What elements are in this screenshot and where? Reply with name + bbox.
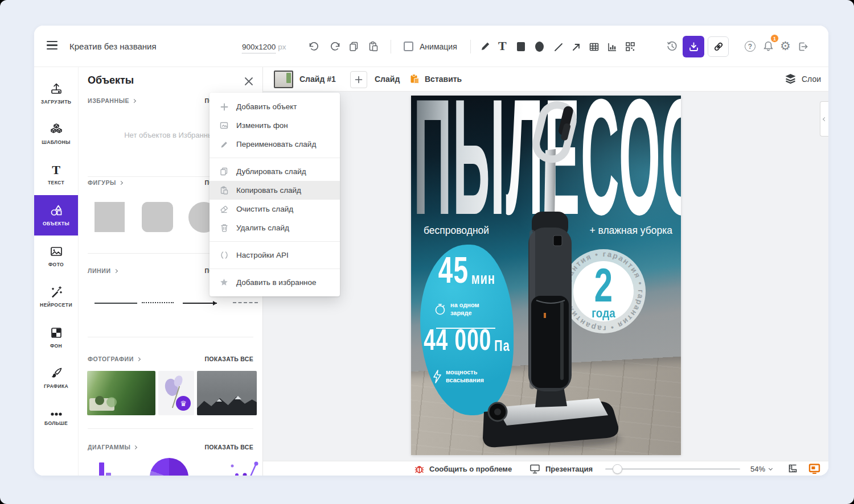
slide-thumbnail[interactable] xyxy=(274,71,293,88)
ellipse-icon xyxy=(535,42,544,52)
zoom-slider-handle[interactable] xyxy=(613,464,622,474)
canvas-size-value[interactable]: 900x1200 xyxy=(242,43,276,53)
menu-item-label: Настройки API xyxy=(236,251,289,259)
chevron-right-icon xyxy=(114,268,118,272)
sidebar-item-photo[interactable]: ФОТО xyxy=(34,236,78,276)
paste-button[interactable] xyxy=(368,41,379,52)
layers-button[interactable]: Слои xyxy=(785,73,821,84)
charts-show-all[interactable]: ПОКАЗАТЬ ВСЕ xyxy=(204,444,253,451)
hamburger-menu-icon[interactable] xyxy=(47,41,58,49)
plus-icon xyxy=(355,76,363,84)
image-icon xyxy=(219,121,229,130)
help-button[interactable]: ? xyxy=(745,41,756,52)
undo-button[interactable] xyxy=(307,41,319,52)
ruler-button[interactable] xyxy=(787,464,798,474)
paste-slide-button[interactable]: Вставить xyxy=(409,73,462,84)
favorites-section-label[interactable]: ИЗБРАННЫЕ xyxy=(88,97,136,104)
photo-decor xyxy=(106,397,117,407)
poster-warranty-badge[interactable]: гарантия • гарантия • гарантия • гаранти… xyxy=(560,248,647,334)
photo-thumbnail-mountains[interactable] xyxy=(197,371,257,415)
sidebar-item-text[interactable]: T ТЕКСТ xyxy=(34,154,78,195)
document-title[interactable]: Креатив без названия xyxy=(69,42,157,51)
panel-close-button[interactable] xyxy=(243,76,254,87)
text-tool-button[interactable]: T xyxy=(498,40,507,52)
sidebar-item-upload[interactable]: ЗАГРУЗИТЬ xyxy=(34,73,78,114)
menu-item-rename-slide[interactable]: Переименовать слайд xyxy=(210,135,340,154)
menu-item-duplicate-slide[interactable]: Дублировать слайд xyxy=(210,162,340,181)
collapse-panel-tab[interactable] xyxy=(820,101,828,137)
shapes-section-label[interactable]: ФИГУРЫ xyxy=(88,179,122,186)
line-tool-button[interactable] xyxy=(553,42,564,52)
logout-button[interactable] xyxy=(797,41,808,52)
table-tool-button[interactable] xyxy=(589,42,600,52)
arrow-tool-button[interactable] xyxy=(571,42,581,52)
hamburger-bar xyxy=(47,48,58,49)
rect-tool-button[interactable] xyxy=(517,42,525,51)
photos-show-all[interactable]: ПОКАЗАТЬ ВСЕ xyxy=(204,356,253,362)
photo-thumbnail-garden[interactable] xyxy=(87,371,155,415)
zoom-slider-track[interactable] xyxy=(605,468,740,470)
bottom-bar: Сообщить о проблеме Презентация 54% xyxy=(263,461,828,476)
download-button[interactable] xyxy=(683,36,704,57)
add-slide-label[interactable]: Слайд xyxy=(375,75,400,84)
report-problem-button[interactable]: Сообщить о проблеме xyxy=(414,464,512,474)
line-dashed[interactable] xyxy=(233,302,258,303)
fullscreen-monitor-button[interactable] xyxy=(808,463,820,474)
add-slide-button[interactable] xyxy=(350,71,367,88)
menu-item-add-to-favorites[interactable]: Добавить в избранное xyxy=(210,273,340,292)
line-solid[interactable] xyxy=(95,303,137,304)
sidebar-item-background[interactable]: ФОН xyxy=(34,317,78,358)
ellipse-tool-button[interactable] xyxy=(535,42,544,52)
chart-thumbnail-scatter[interactable] xyxy=(230,458,258,476)
copy-button[interactable] xyxy=(348,41,359,52)
sidebar-item-more[interactable]: БОЛЬШЕ xyxy=(34,398,78,439)
menu-item-label: Очистить слайд xyxy=(236,205,293,213)
line-arrow[interactable] xyxy=(182,300,221,307)
sidebar-item-neural[interactable]: НЕЙРОСЕТИ xyxy=(34,276,78,317)
history-button[interactable] xyxy=(666,40,678,52)
photos-section-label[interactable]: ФОТОГРАФИИ xyxy=(88,356,140,362)
paste-icon xyxy=(368,41,379,52)
exit-icon xyxy=(797,41,808,52)
poster-subtitle-right[interactable]: + влажная уборка xyxy=(589,225,672,237)
sidebar-item-templates[interactable]: ШАБЛОНЫ xyxy=(34,114,78,155)
undo-icon xyxy=(307,41,319,52)
animation-toggle[interactable]: Анимация xyxy=(404,42,457,51)
shape-rounded-square[interactable] xyxy=(142,202,173,232)
lines-section-label[interactable]: ЛИНИИ xyxy=(88,267,117,274)
slide-name[interactable]: Слайд #1 xyxy=(299,75,336,84)
presentation-button[interactable]: Презентация xyxy=(529,464,593,474)
sidebar-item-objects[interactable]: ОБЪЕКТЫ xyxy=(34,195,78,236)
chart-thumbnail-pie[interactable] xyxy=(150,458,188,476)
sidebar-label: ОБЪЕКТЫ xyxy=(43,221,69,226)
duplicate-icon xyxy=(219,167,229,176)
chart-thumbnail-bar[interactable] xyxy=(95,458,121,476)
line-dotted[interactable] xyxy=(142,302,174,303)
gear-icon: ⚙ xyxy=(780,40,791,52)
menu-item-copy-slide[interactable]: Копировать слайд xyxy=(210,181,340,200)
poster-headline[interactable]: ПЫЛЕСОС xyxy=(413,96,681,239)
canvas-size-control[interactable]: 900x1200px xyxy=(242,42,286,52)
slide-design[interactable]: ПЫЛЕСОС беспроводной + влажная уборка 45… xyxy=(411,96,681,455)
premium-crown-badge: ♛ xyxy=(176,396,191,411)
photo-thumbnail-flower[interactable]: ♛ xyxy=(158,371,194,415)
draw-tool-button[interactable] xyxy=(480,41,491,52)
poster-subtitle-left[interactable]: беспроводной xyxy=(424,225,489,237)
stat2-caption-line2: всасывания xyxy=(446,377,484,385)
menu-item-add-object[interactable]: Добавить объект xyxy=(210,97,340,116)
menu-item-clear-slide[interactable]: Очистить слайд xyxy=(210,200,340,218)
settings-button[interactable]: ⚙ xyxy=(780,40,791,52)
sidebar-item-graphics[interactable]: ГРАФИКА xyxy=(34,358,78,399)
qr-tool-button[interactable] xyxy=(625,42,635,52)
chart-tool-button[interactable] xyxy=(607,42,618,52)
redo-button[interactable] xyxy=(330,41,342,52)
menu-item-delete-slide[interactable]: Удалить слайд xyxy=(210,218,340,237)
menu-item-api-settings[interactable]: Настройки API xyxy=(210,246,340,265)
charts-section-label[interactable]: ДИАГРАММЫ xyxy=(88,444,137,451)
share-link-button[interactable] xyxy=(708,36,729,57)
animation-checkbox[interactable] xyxy=(404,42,413,51)
shape-square[interactable] xyxy=(95,202,125,232)
zoom-percent-dropdown[interactable]: 54% xyxy=(750,465,772,473)
app-window: Креатив без названия 900x1200px Анимация… xyxy=(34,26,828,476)
menu-item-change-background[interactable]: Изменить фон xyxy=(210,116,340,135)
